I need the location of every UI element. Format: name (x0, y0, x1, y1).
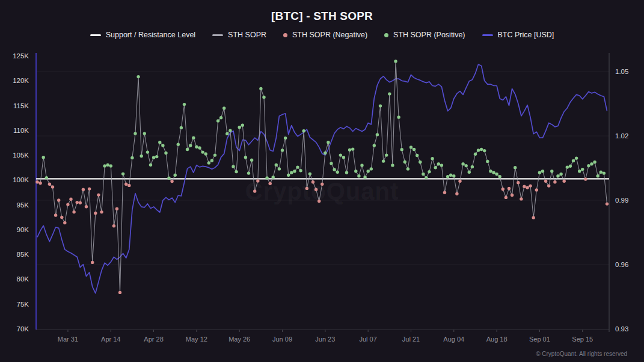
sopr-positive-dot (434, 166, 437, 169)
left-axis-tick-label: 70K (17, 325, 29, 333)
sopr-positive-dot (238, 126, 241, 129)
sopr-positive-dot (495, 173, 498, 176)
sopr-negative-dot (523, 185, 526, 188)
sopr-negative-dot (517, 181, 520, 184)
sopr-positive-dot (327, 141, 330, 144)
sopr-positive-dot (603, 171, 606, 174)
sopr-positive-dot (121, 172, 124, 175)
sopr-positive-dot (103, 164, 106, 167)
right-axis-tick-label: 0.93 (615, 325, 628, 333)
x-axis-date-label: May 12 (186, 336, 207, 343)
sopr-negative-dot (544, 180, 547, 183)
sopr-positive-dot (324, 152, 327, 155)
sopr-positive-dot (446, 175, 449, 178)
sopr-positive-dot (296, 165, 299, 168)
sopr-positive-dot (210, 159, 213, 162)
sopr-positive-dot (275, 164, 278, 167)
sopr-negative-dot (127, 184, 130, 187)
sopr-negative-dot (124, 183, 127, 186)
sopr-negative-dot (54, 213, 57, 216)
sopr-positive-dot (45, 176, 48, 179)
sopr-positive-dot (299, 169, 302, 172)
sopr-positive-dot (578, 170, 581, 173)
sopr-positive-dot (302, 129, 305, 132)
x-axis-date-label: Aug 04 (443, 336, 464, 343)
sopr-positive-dot (272, 176, 275, 179)
sopr-positive-dot (514, 166, 517, 169)
sopr-positive-dot (351, 147, 354, 150)
sopr-positive-dot (186, 148, 189, 151)
sopr-positive-dot (222, 106, 225, 109)
sopr-positive-dot (342, 156, 345, 159)
sopr-positive-dot (416, 154, 419, 157)
sopr-negative-dot (535, 188, 538, 191)
sopr-positive-dot (164, 152, 167, 155)
sopr-positive-dot (575, 156, 578, 159)
sopr-negative-dot (115, 207, 118, 210)
sopr-positive-dot (290, 171, 293, 174)
sopr-positive-dot (177, 143, 180, 146)
sopr-positive-dot (354, 170, 357, 173)
sopr-negative-dot (256, 179, 259, 182)
sopr-positive-dot (379, 104, 382, 107)
sopr-positive-dot (483, 149, 486, 152)
sopr-negative-dot (66, 203, 69, 206)
x-axis-date-label: Jun 23 (315, 336, 335, 343)
sopr-positive-dot (348, 149, 351, 152)
sopr-positive-dot (556, 174, 559, 177)
sopr-positive-dot (382, 159, 385, 162)
left-axis-tick-label: 125K (13, 52, 29, 60)
sopr-negative-dot (553, 180, 556, 183)
sopr-positive-dot (152, 156, 155, 159)
sopr-positive-dot (370, 167, 373, 170)
sopr-positive-dot (106, 164, 109, 167)
sopr-positive-dot (198, 146, 201, 149)
sopr-positive-dot (130, 156, 133, 159)
sopr-negative-dot (63, 221, 66, 224)
sopr-positive-dot (388, 92, 391, 95)
sopr-negative-dot (584, 177, 587, 180)
sopr-positive-dot (250, 159, 253, 162)
sopr-positive-dot (376, 133, 379, 136)
sopr-positive-dot (461, 162, 464, 165)
sopr-positive-dot (596, 174, 600, 177)
sopr-negative-dot (311, 180, 314, 183)
sopr-positive-dot (471, 165, 474, 168)
sopr-negative-dot (501, 188, 504, 191)
sopr-positive-dot (572, 159, 575, 162)
sopr-positive-dot (452, 174, 455, 177)
sopr-negative-dot (455, 192, 458, 195)
sopr-positive-dot (360, 164, 363, 167)
sopr-positive-dot (468, 171, 471, 174)
x-axis-date-label: May 26 (228, 336, 250, 343)
sopr-positive-dot (201, 150, 204, 153)
right-axis-tick-label: 0.99 (615, 197, 628, 204)
sopr-positive-dot (247, 171, 250, 174)
right-axis-tick-label: 1.02 (615, 132, 628, 140)
sopr-positive-dot (228, 129, 232, 132)
sopr-positive-dot (538, 171, 541, 174)
sopr-negative-dot (72, 210, 75, 213)
sopr-positive-dot (155, 155, 158, 158)
sopr-positive-dot (244, 156, 247, 159)
sopr-positive-dot (477, 149, 480, 152)
sopr-negative-dot (314, 188, 317, 191)
sopr-positive-dot (192, 137, 195, 140)
sopr-positive-dot (419, 161, 422, 164)
sopr-positive-dot (449, 174, 452, 177)
left-axis-tick-label: 90K (17, 226, 29, 233)
x-axis-date-label: Apr 28 (144, 336, 163, 343)
sopr-positive-dot (259, 87, 262, 90)
sopr-negative-dot (269, 182, 272, 185)
sopr-negative-dot (529, 184, 532, 187)
sopr-positive-dot (195, 146, 198, 149)
sopr-positive-dot (140, 155, 143, 158)
sopr-positive-dot (180, 126, 183, 129)
sth-sopr-line (37, 61, 607, 293)
sopr-negative-dot (112, 224, 115, 227)
sopr-positive-dot (465, 164, 468, 167)
sopr-negative-dot (79, 201, 82, 204)
sopr-positive-dot (287, 174, 290, 177)
sopr-negative-dot (532, 216, 535, 219)
sopr-positive-dot (385, 153, 388, 156)
